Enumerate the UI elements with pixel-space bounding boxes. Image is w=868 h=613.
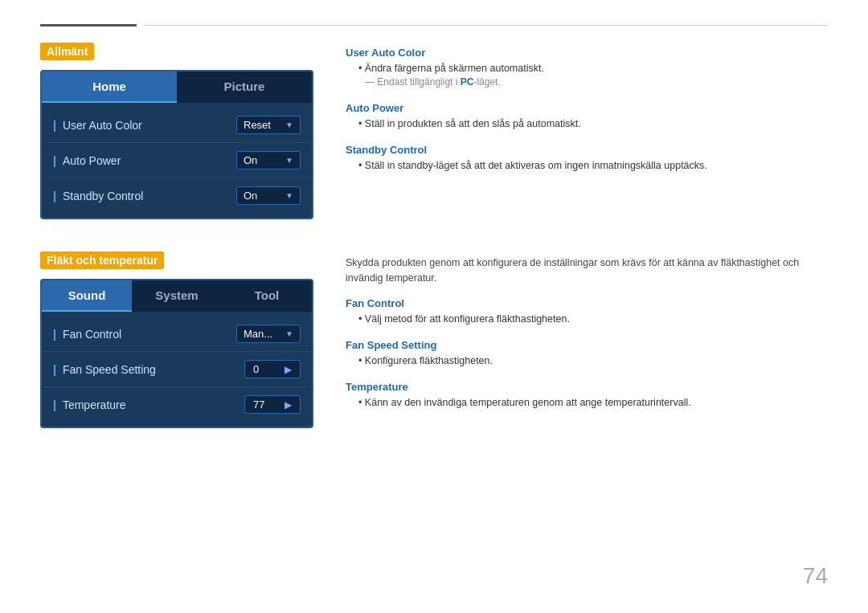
tab-system[interactable]: System (132, 280, 222, 312)
section2-long-desc: Skydda produkten genom att konfigurera d… (346, 255, 828, 286)
desc-title-temperature: Temperature (346, 381, 828, 393)
desc-bullet-user-auto-color-0: Ändra färgerna på skärmen automatiskt. (346, 63, 828, 74)
section1-right: User Auto Color Ändra färgerna på skärme… (346, 43, 828, 219)
value-temperature[interactable]: 77 ▶ (244, 395, 301, 414)
desc-title-fan-speed: Fan Speed Setting (346, 339, 828, 351)
desc-fan-control: Fan Control Välj metod för att konfigure… (346, 297, 828, 325)
arrow-right-fan-speed: ▶ (285, 364, 292, 375)
top-line-long (145, 25, 828, 26)
section-flakt: Fläkt och temperatur Sound System Tool F… (40, 251, 828, 428)
value-fan-speed[interactable]: 0 ▶ (244, 360, 301, 378)
value-auto-power[interactable]: On ▼ (236, 151, 301, 170)
value-fan-control[interactable]: Man... ▼ (236, 325, 301, 343)
menu-item-temperature: Temperature 77 ▶ (42, 387, 312, 422)
section2-tabs: Sound System Tool (42, 280, 312, 312)
desc-standby-control: Standby Control Ställ in standby-läget s… (346, 144, 828, 171)
menu-item-fan-control: Fan Control Man... ▼ (42, 317, 312, 352)
section1-tabs: Home Picture (42, 72, 312, 103)
menu-item-standby-control: Standby Control On ▼ (42, 178, 312, 213)
label-fan-control: Fan Control (53, 328, 121, 341)
arrow-right-temperature: ▶ (285, 399, 292, 411)
desc-bullet-temperature-0: Känn av den invändiga temperaturen genom… (346, 397, 828, 408)
label-fan-speed: Fan Speed Setting (53, 363, 156, 376)
dropdown-arrow-fan-control: ▼ (285, 329, 293, 338)
tab-home[interactable]: Home (42, 72, 177, 103)
section2-items: Fan Control Man... ▼ Fan Speed Setting 0… (42, 312, 312, 427)
label-standby-control: Standby Control (53, 190, 143, 202)
desc-title-user-auto-color: User Auto Color (346, 47, 828, 59)
desc-temperature: Temperature Känn av den invändiga temper… (346, 381, 828, 408)
section2-right: Skydda produkten genom att konfigurera d… (346, 251, 828, 428)
desc-title-standby-control: Standby Control (346, 144, 828, 156)
desc-user-auto-color: User Auto Color Ändra färgerna på skärme… (346, 47, 828, 88)
desc-bullet-fan-control-0: Välj metod för att konfigurera fläkthast… (346, 313, 828, 325)
section1-left: Allmänt Home Picture User Auto Color Res… (40, 43, 313, 219)
section2-menu: Sound System Tool Fan Control Man... ▼ F… (40, 279, 313, 428)
desc-bullet-standby-control-0: Ställ in standby-läget så att det aktive… (346, 160, 828, 171)
page-number: 74 (803, 563, 828, 589)
dropdown-arrow-auto-power: ▼ (285, 156, 293, 165)
tab-tool[interactable]: Tool (222, 280, 312, 312)
menu-item-user-auto-color: User Auto Color Reset ▼ (42, 108, 312, 143)
label-user-auto-color: User Auto Color (53, 119, 142, 132)
desc-auto-power: Auto Power Ställ in produkten så att den… (346, 102, 828, 129)
section-allment: Allmänt Home Picture User Auto Color Res… (40, 43, 828, 219)
value-user-auto-color[interactable]: Reset ▼ (236, 116, 301, 134)
menu-item-fan-speed: Fan Speed Setting 0 ▶ (42, 352, 312, 387)
tab-picture[interactable]: Picture (177, 72, 312, 103)
section1-menu: Home Picture User Auto Color Reset ▼ Aut… (40, 70, 313, 219)
desc-title-auto-power: Auto Power (346, 102, 828, 114)
desc-bullet-auto-power-0: Ställ in produkten så att den slås på au… (346, 118, 828, 129)
top-line-short (40, 24, 137, 27)
dropdown-arrow-user-auto-color: ▼ (285, 121, 293, 129)
section2-left: Fläkt och temperatur Sound System Tool F… (40, 251, 313, 428)
label-temperature: Temperature (53, 398, 126, 411)
desc-note-user-auto-color-0: Endast tillgängligt i PC-läget. (346, 76, 828, 88)
top-line (40, 24, 828, 27)
desc-title-fan-control: Fan Control (346, 297, 828, 309)
tab-sound[interactable]: Sound (42, 280, 132, 312)
section1-title: Allmänt (40, 43, 94, 60)
desc-fan-speed: Fan Speed Setting Konfigurera fläkthasti… (346, 339, 828, 366)
value-standby-control[interactable]: On ▼ (236, 186, 301, 205)
pc-highlight: PC (461, 76, 474, 88)
dropdown-arrow-standby-control: ▼ (285, 191, 293, 200)
section2-title: Fläkt och temperatur (40, 251, 164, 269)
desc-bullet-fan-speed-0: Konfigurera fläkthastigheten. (346, 355, 828, 366)
menu-item-auto-power: Auto Power On ▼ (42, 143, 312, 178)
section1-items: User Auto Color Reset ▼ Auto Power On ▼ … (42, 103, 312, 218)
label-auto-power: Auto Power (53, 154, 121, 167)
